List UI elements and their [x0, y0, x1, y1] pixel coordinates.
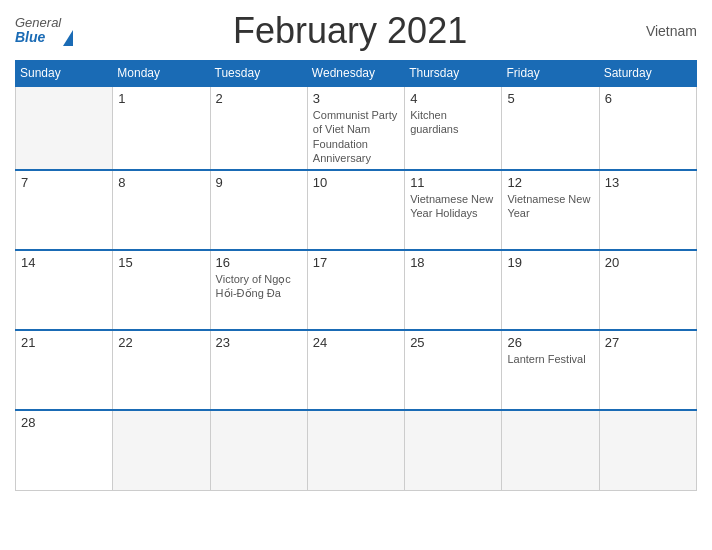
calendar-day-cell: 19: [502, 250, 599, 330]
event-text: Kitchen guardians: [410, 109, 458, 135]
day-number: 7: [21, 175, 107, 190]
header-sunday: Sunday: [16, 61, 113, 87]
header: General Blue February 2021 Vietnam: [15, 10, 697, 52]
day-number: 18: [410, 255, 496, 270]
logo-triangle-icon: [63, 30, 73, 46]
day-number: 1: [118, 91, 204, 106]
calendar-day-cell: 23: [210, 330, 307, 410]
calendar-day-cell: 17: [307, 250, 404, 330]
day-number: 20: [605, 255, 691, 270]
day-number: 15: [118, 255, 204, 270]
calendar-day-cell: 12Vietnamese New Year: [502, 170, 599, 250]
calendar-day-cell: 11Vietnamese New Year Holidays: [405, 170, 502, 250]
header-friday: Friday: [502, 61, 599, 87]
calendar-week-row: 7891011Vietnamese New Year Holidays12Vie…: [16, 170, 697, 250]
weekday-header-row: Sunday Monday Tuesday Wednesday Thursday…: [16, 61, 697, 87]
calendar-day-cell: 24: [307, 330, 404, 410]
logo-blue-text: Blue: [15, 30, 45, 45]
logo-text: General Blue: [15, 16, 61, 46]
calendar-day-cell: [210, 410, 307, 490]
calendar-day-cell: 21: [16, 330, 113, 410]
event-text: Communist Party of Viet Nam Foundation A…: [313, 109, 397, 164]
calendar-day-cell: 7: [16, 170, 113, 250]
day-number: 3: [313, 91, 399, 106]
header-saturday: Saturday: [599, 61, 696, 87]
logo-general-text: General: [15, 16, 61, 30]
header-tuesday: Tuesday: [210, 61, 307, 87]
calendar-week-row: 141516Victory of Ngọc Hồi-Đống Đa1718192…: [16, 250, 697, 330]
day-number: 6: [605, 91, 691, 106]
calendar-day-cell: 25: [405, 330, 502, 410]
calendar-day-cell: 20: [599, 250, 696, 330]
header-monday: Monday: [113, 61, 210, 87]
calendar-week-row: 123Communist Party of Viet Nam Foundatio…: [16, 86, 697, 170]
day-number: 16: [216, 255, 302, 270]
day-number: 12: [507, 175, 593, 190]
calendar-wrapper: General Blue February 2021 Vietnam Sunda…: [0, 0, 712, 550]
calendar-day-cell: 4Kitchen guardians: [405, 86, 502, 170]
calendar-day-cell: 15: [113, 250, 210, 330]
calendar-day-cell: 28: [16, 410, 113, 490]
calendar-day-cell: 3Communist Party of Viet Nam Foundation …: [307, 86, 404, 170]
day-number: 2: [216, 91, 302, 106]
calendar-day-cell: [113, 410, 210, 490]
calendar-day-cell: 27: [599, 330, 696, 410]
day-number: 26: [507, 335, 593, 350]
day-number: 11: [410, 175, 496, 190]
calendar-day-cell: [16, 86, 113, 170]
calendar-day-cell: [405, 410, 502, 490]
calendar-week-row: 212223242526Lantern Festival27: [16, 330, 697, 410]
calendar-day-cell: 1: [113, 86, 210, 170]
calendar-week-row: 28: [16, 410, 697, 490]
day-number: 24: [313, 335, 399, 350]
day-number: 14: [21, 255, 107, 270]
country-label: Vietnam: [627, 23, 697, 39]
calendar-day-cell: [307, 410, 404, 490]
day-number: 21: [21, 335, 107, 350]
header-thursday: Thursday: [405, 61, 502, 87]
day-number: 23: [216, 335, 302, 350]
calendar-day-cell: [599, 410, 696, 490]
calendar-day-cell: 2: [210, 86, 307, 170]
day-number: 22: [118, 335, 204, 350]
calendar-table: Sunday Monday Tuesday Wednesday Thursday…: [15, 60, 697, 491]
calendar-day-cell: 26Lantern Festival: [502, 330, 599, 410]
calendar-title: February 2021: [233, 10, 467, 52]
calendar-day-cell: 10: [307, 170, 404, 250]
calendar-day-cell: 6: [599, 86, 696, 170]
header-wednesday: Wednesday: [307, 61, 404, 87]
day-number: 4: [410, 91, 496, 106]
event-text: Victory of Ngọc Hồi-Đống Đa: [216, 273, 291, 299]
day-number: 10: [313, 175, 399, 190]
calendar-day-cell: 9: [210, 170, 307, 250]
day-number: 17: [313, 255, 399, 270]
calendar-day-cell: 16Victory of Ngọc Hồi-Đống Đa: [210, 250, 307, 330]
day-number: 8: [118, 175, 204, 190]
day-number: 13: [605, 175, 691, 190]
calendar-day-cell: 22: [113, 330, 210, 410]
day-number: 28: [21, 415, 107, 430]
calendar-day-cell: 5: [502, 86, 599, 170]
calendar-day-cell: 8: [113, 170, 210, 250]
day-number: 9: [216, 175, 302, 190]
event-text: Vietnamese New Year: [507, 193, 590, 219]
calendar-day-cell: 14: [16, 250, 113, 330]
calendar-day-cell: [502, 410, 599, 490]
event-text: Lantern Festival: [507, 353, 585, 365]
logo: General Blue: [15, 16, 73, 46]
calendar-day-cell: 18: [405, 250, 502, 330]
day-number: 27: [605, 335, 691, 350]
calendar-day-cell: 13: [599, 170, 696, 250]
day-number: 5: [507, 91, 593, 106]
day-number: 25: [410, 335, 496, 350]
event-text: Vietnamese New Year Holidays: [410, 193, 493, 219]
day-number: 19: [507, 255, 593, 270]
